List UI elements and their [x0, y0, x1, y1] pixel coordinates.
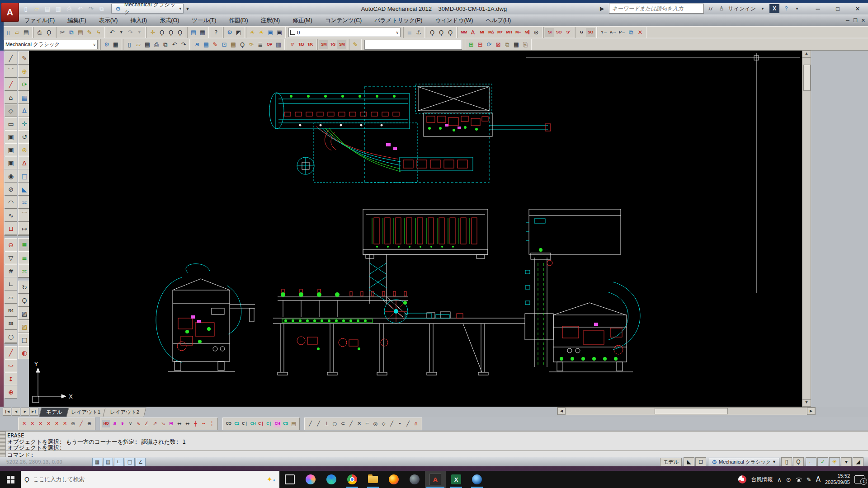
hole-chart-icon[interactable]: HO — [102, 420, 110, 427]
v-belt-icon[interactable]: ▽ — [5, 251, 17, 264]
screw-head-icon[interactable]: # — [5, 264, 17, 277]
resize-grip-icon[interactable]: ◢ — [853, 457, 863, 466]
match-properties-icon[interactable]: ✎ — [85, 28, 94, 37]
surface-texture-icon[interactable]: ∿ — [135, 420, 142, 427]
drawing-check-icon[interactable]: ✓ — [817, 457, 828, 466]
struct-c1-icon[interactable]: C1 — [233, 420, 241, 427]
breakline-icon[interactable]: ╱ — [77, 420, 85, 427]
layer-visibility-icon[interactable]: ☀ — [248, 28, 257, 37]
quickview-icon[interactable]: ⊟ — [695, 457, 706, 466]
struct-cbar-icon[interactable]: C❘ — [241, 420, 249, 427]
line-icon[interactable]: ╱ — [5, 52, 17, 65]
op-icon[interactable]: OP — [265, 40, 274, 49]
centerline-vert-icon[interactable]: ╎ — [208, 420, 216, 427]
plot-icon[interactable]: ⎙ — [35, 28, 44, 37]
layer-a-move-icon[interactable]: A→ — [609, 28, 618, 37]
thread-b-icon[interactable]: T⁄B — [297, 40, 306, 49]
maximize-button[interactable]: □ — [831, 5, 844, 12]
sphere-app-taskbar-button[interactable] — [404, 471, 425, 488]
dim-edit-icon[interactable]: M∆ — [486, 28, 495, 37]
annotate-text-icon[interactable]: A — [468, 28, 477, 37]
tab-model[interactable]: モデル — [39, 408, 69, 417]
corner-icon[interactable]: ∟ — [5, 277, 17, 291]
plot-preview-icon[interactable]: Ϙ — [44, 28, 53, 37]
scroll-left-icon[interactable]: ◀ — [557, 408, 566, 415]
arc-icon[interactable]: ⌒ — [5, 65, 17, 78]
layer-migrate-icon[interactable]: ⧉ — [627, 28, 636, 37]
snap-quadrant-icon[interactable]: ◇ — [380, 420, 387, 427]
plot-icon[interactable]: ⎙ — [152, 40, 161, 49]
autodesk-viewer-taskbar-button[interactable] — [467, 471, 487, 488]
hexagon-icon[interactable]: ◇ — [5, 104, 17, 117]
properties-palette-icon[interactable]: ▤ — [189, 28, 198, 37]
paste-icon[interactable]: ▤ — [229, 40, 238, 49]
tolerance-icon[interactable]: 9 — [118, 420, 126, 427]
red-centerline-icon[interactable]: ╱ — [5, 346, 17, 359]
paste-structure-icon[interactable]: ▤ — [290, 420, 297, 427]
open-folder-icon[interactable]: ▱ — [32, 4, 42, 13]
notification-center-icon[interactable]: 1 — [854, 475, 864, 483]
toolbar-handle[interactable] — [5, 235, 17, 238]
edit-note-icon[interactable]: ✎ — [351, 40, 360, 49]
layer-sync-icon[interactable]: ⟳ — [485, 40, 494, 49]
model-space-button[interactable]: モデル — [660, 458, 682, 466]
struct-so-icon[interactable]: SO — [554, 28, 563, 37]
grid-icon[interactable]: ▥ — [274, 40, 283, 49]
toolbar-handle[interactable] — [5, 343, 17, 346]
break-symbol-5-icon[interactable]: ✕ — [53, 420, 61, 427]
menu-item[interactable]: 表示(V) — [93, 17, 124, 24]
zoom-back-icon[interactable]: Ϙ — [437, 28, 446, 37]
typhoon-news-label[interactable]: 台風情報 — [751, 476, 773, 483]
status-menu-caret[interactable]: ▾ — [841, 457, 852, 466]
undo-caret[interactable]: ▾ — [117, 28, 126, 37]
align-v-icon[interactable]: ↔ — [184, 420, 191, 427]
layer-control-icon[interactable]: ▣ — [266, 28, 275, 37]
file-explorer-taskbar-button[interactable] — [363, 471, 383, 488]
workspace-switcher[interactable]: ⚙ Mechanical クラシック ▼ — [708, 458, 779, 466]
paste-icon[interactable]: ▤ — [76, 28, 85, 37]
vertical-scrollbar[interactable]: ▲ ▼ — [802, 51, 811, 407]
slope-symbol-icon[interactable]: ↘ — [159, 420, 167, 427]
snap-node-icon[interactable]: • — [396, 420, 404, 427]
redo-caret[interactable]: ▾ — [135, 28, 144, 37]
firefox-taskbar-button[interactable] — [383, 471, 404, 488]
horizontal-scroll-thumb[interactable] — [655, 408, 728, 414]
tray-expand-icon[interactable]: ∧ — [777, 476, 782, 483]
lock-ui-icon[interactable]: ▯ — [781, 457, 792, 466]
cut-icon[interactable]: ✂ — [58, 28, 67, 37]
break-symbol-6-icon[interactable]: ✕ — [61, 420, 69, 427]
workspace-save-icon[interactable]: ▦ — [111, 40, 120, 49]
arc-3point-icon[interactable]: ◠ — [5, 196, 17, 209]
undo-icon[interactable]: ↶ — [108, 28, 117, 37]
copy-doc-icon[interactable]: ⧉ — [161, 40, 170, 49]
search-collapse-icon[interactable]: ▶ — [598, 4, 606, 13]
chevron-down-icon[interactable]: ∨ — [93, 42, 96, 47]
signin-label[interactable]: サインイン — [728, 4, 756, 13]
snap-center-icon[interactable]: ◎ — [372, 420, 379, 427]
annotation-bulb-icon[interactable]: ☀ — [829, 457, 840, 466]
layer-states-icon[interactable]: ≣ — [405, 28, 414, 37]
menu-item[interactable]: 形式(O) — [153, 17, 185, 24]
layer-previous-icon[interactable]: ⚓ — [414, 28, 423, 37]
menu-item[interactable]: ウィンドウ(W) — [429, 17, 479, 24]
copy-icon[interactable]: ⧉ — [67, 28, 76, 37]
copilot-sparkle-icon[interactable]: ✦✦ — [267, 475, 276, 483]
detail-box2-icon[interactable]: ▣ — [5, 143, 17, 156]
excel-taskbar-button[interactable]: X — [446, 471, 467, 488]
break-symbol-2-icon[interactable]: ✕ — [28, 420, 36, 427]
align-h-icon[interactable]: ↔ — [175, 420, 183, 427]
layer-p-move-icon[interactable]: P→ — [618, 28, 627, 37]
redo-icon[interactable]: ↷ — [126, 28, 135, 37]
scroll-right-icon[interactable]: ▶ — [807, 408, 815, 415]
scroll-down-icon[interactable]: ▼ — [802, 399, 811, 406]
edge-taskbar-button[interactable] — [321, 471, 342, 488]
struct-g-icon[interactable]: G — [577, 28, 586, 37]
struct-co-icon[interactable]: CO — [225, 420, 232, 427]
wifi-icon[interactable] — [796, 477, 802, 482]
horizontal-scrollbar[interactable]: ◀ ▶ — [557, 407, 816, 415]
construction-line-icon[interactable]: ╱ — [5, 78, 17, 91]
brush-icon[interactable]: ✑ — [247, 40, 256, 49]
save-icon[interactable]: ▤ — [42, 4, 52, 13]
task-view-taskbar-button[interactable] — [279, 471, 300, 488]
new-file-icon[interactable]: ▯ — [21, 4, 31, 13]
